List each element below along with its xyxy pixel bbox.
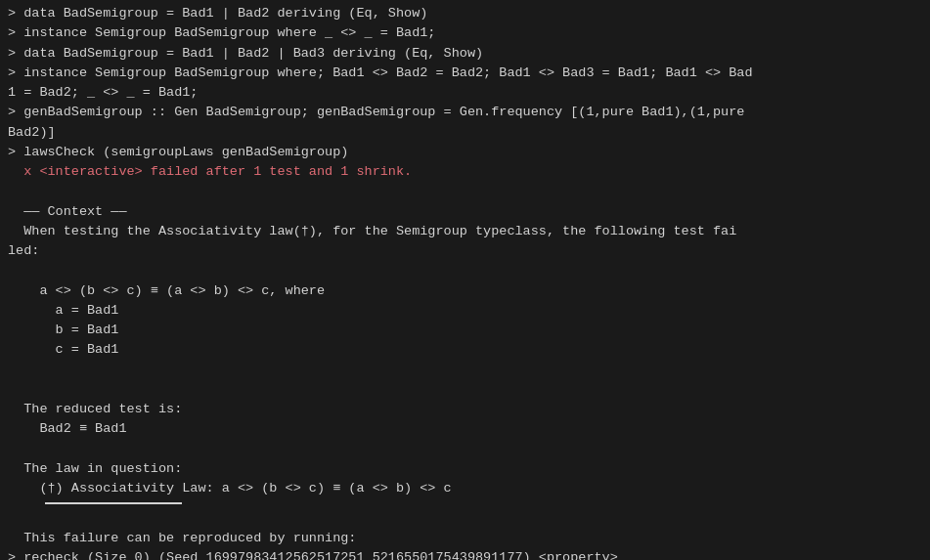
blank-6 [8,508,922,528]
code-line-2: > instance Semigroup BadSemigroup where … [8,23,922,43]
reduced-label: The reduced test is: [8,400,922,419]
assoc-law: a <> (b <> c) ≡ (a <> b) <> c, where [8,281,922,301]
code-line-3: > data BadSemigroup = Bad1 | Bad2 | Bad3… [8,44,922,64]
failure-line: x <interactive> failed after 1 test and … [8,162,922,182]
context-desc-2: led: [8,241,922,261]
law-value: (†) Associativity Law: a <> (b <> c) ≡ (… [8,479,922,498]
context-desc-1: When testing the Associativity law(†), f… [8,222,922,241]
var-c: c = Bad1 [8,340,922,360]
code-line-4b: 1 = Bad2; _ <> _ = Bad1; [8,83,922,103]
reproduce-command: > recheck (Size 0) (Seed 169979834125625… [8,548,922,560]
code-line-4: > instance Semigroup BadSemigroup where;… [8,64,922,83]
blank-2 [8,261,922,280]
law-label: The law in question: [8,459,922,479]
blank-1 [8,182,922,201]
code-line-5: > genBadSemigroup :: Gen BadSemigroup; g… [8,103,922,122]
var-a: a = Bad1 [8,301,922,321]
reduced-value: Bad2 ≡ Bad1 [8,419,922,439]
code-line-5b: Bad2)] [8,123,922,143]
code-line-6: > lawsCheck (semigroupLaws genBadSemigro… [8,143,922,162]
separator-line [45,502,182,504]
blank-4 [8,380,922,400]
blank-3 [8,361,922,380]
reproduce-label: This failure can be reproduced by runnin… [8,529,922,548]
blank-5 [8,440,922,459]
context-header: —— Context —— [8,202,922,222]
var-b: b = Bad1 [8,321,922,340]
code-line-1: > data BadSemigroup = Bad1 | Bad2 derivi… [8,4,922,23]
terminal: > data BadSemigroup = Bad1 | Bad2 derivi… [0,0,930,560]
